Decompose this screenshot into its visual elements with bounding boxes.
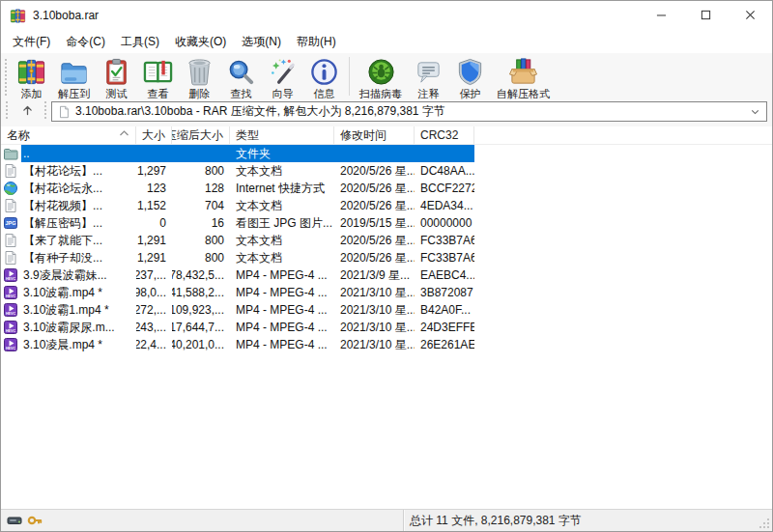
close-button[interactable] (728, 1, 772, 30)
toolbar-button-view-book[interactable]: 查看 (137, 56, 179, 102)
column-header-filler (474, 126, 772, 144)
chevron-down-icon[interactable] (746, 103, 763, 120)
file-name-cell: 【村花视频】... (1, 197, 136, 214)
file-row[interactable]: HEVC3.9凌晨波霸妹...2,026,237,...878,432,5...… (1, 266, 772, 284)
file-row[interactable]: 【来了就能下...1,291800文本文档2020/5/26 星...FC33B… (1, 232, 772, 249)
file-name-cell: JPG【解压密码】... (1, 214, 136, 232)
address-combobox[interactable]: 3.10boba.rar\3.10boba - RAR 压缩文件, 解包大小为 … (51, 101, 767, 122)
toolbar-button-label: 删除 (189, 87, 211, 101)
toolbar-button-find-magnifier[interactable]: 查找 (220, 56, 262, 102)
file-size: 352,698,0... (136, 284, 172, 301)
addressbar-gripper[interactable] (5, 100, 9, 119)
file-modified: 2021/3/10 星... (334, 284, 415, 301)
sfx-box-icon (508, 57, 538, 87)
file-row[interactable]: HEVC3.10波霸尿尿.m...1,636,243,...717,644,7.… (1, 319, 772, 336)
column-header-type[interactable]: 类型 (230, 126, 334, 144)
toolbar-button-test-clipboard[interactable]: 测试 (96, 56, 137, 102)
drive-icon[interactable] (7, 513, 22, 528)
minimize-button[interactable] (639, 1, 683, 30)
file-name-cell: HEVC3.9凌晨波霸妹... (1, 266, 136, 284)
file-row[interactable]: HEVC3.10凌晨.mp4 *590,422,4...440,201,0...… (1, 336, 772, 353)
file-name: 【村花论坛永... (23, 181, 102, 197)
file-row[interactable]: 【村花论坛永...123128Internet 快捷方式2020/5/26 星.… (1, 180, 772, 197)
file-row[interactable]: 【村花视频】...1,152704文本文档2020/5/26 星...4EDA3… (1, 197, 772, 214)
file-crc: FC33B7A6 (415, 232, 474, 249)
file-type: 文本文档 (230, 162, 334, 180)
toolbar-button-extract-folder[interactable]: 解压到 (52, 56, 96, 102)
file-type: MP4 - MPEG-4 ... (230, 284, 334, 301)
addressbar-gripper-2[interactable] (43, 100, 47, 119)
toolbar-button-winrar-books[interactable]: 添加 (11, 56, 52, 102)
file-row[interactable]: 【有种子却没...1,291800文本文档2020/5/26 星...FC33B… (1, 249, 772, 266)
text-file-icon (3, 233, 18, 248)
menu-item-2[interactable]: 工具(S) (113, 30, 167, 54)
delete-trash-icon (185, 57, 215, 87)
info-icon (309, 57, 339, 87)
column-header-modified[interactable]: 修改时间 (334, 126, 415, 144)
jpg-file-icon: JPG (3, 215, 18, 231)
file-size (136, 145, 172, 162)
resize-grip-icon[interactable] (759, 518, 770, 529)
file-row[interactable]: JPG【解压密码】...016看图王 JPG 图片...2019/5/15 星.… (1, 214, 772, 232)
file-crc (415, 145, 474, 162)
toolbar-button-comment[interactable]: 注释 (408, 56, 449, 102)
toolbar-gripper[interactable] (4, 58, 8, 96)
file-size: 1,291 (136, 232, 172, 249)
file-name-highlight: 【来了就能下... (21, 232, 136, 249)
menu-item-3[interactable]: 收藏夹(O) (167, 30, 234, 54)
menu-item-5[interactable]: 帮助(H) (289, 30, 344, 54)
file-name: 【有种子却没... (23, 250, 102, 266)
extract-folder-icon (59, 57, 89, 87)
toolbar-separator (349, 57, 350, 96)
file-packed: 800 (172, 249, 230, 266)
file-modified: 2019/5/15 星... (334, 214, 415, 232)
toolbar-button-label: 注释 (418, 87, 440, 101)
toolbar: 添加解压到测试查看删除查找向导信息扫描病毒注释保护自解压格式 (1, 53, 772, 100)
file-packed (172, 145, 230, 162)
file-modified: 2021/3/10 星... (334, 301, 415, 319)
row-filler (474, 249, 772, 266)
file-size: 590,422,4... (136, 336, 172, 353)
file-name-cell: HEVC3.10凌晨.mp4 * (1, 336, 136, 353)
file-row[interactable]: 【村花论坛】...1,297800文本文档2020/5/26 星...DC48A… (1, 162, 772, 180)
row-filler (474, 319, 772, 336)
toolbar-button-wizard-wand[interactable]: 向导 (262, 56, 303, 102)
file-size: 1,291 (136, 249, 172, 266)
video-file-icon: HEVC (3, 337, 18, 352)
toolbar-button-label: 自解压格式 (497, 87, 550, 101)
file-name: 3.9凌晨波霸妹... (23, 267, 107, 284)
maximize-icon (701, 7, 711, 24)
toolbar-button-info[interactable]: 信息 (303, 56, 345, 102)
toolbar-button-protect-shield[interactable]: 保护 (449, 56, 491, 102)
file-crc: EAEBC4... (415, 266, 474, 284)
protect-shield-icon (455, 57, 485, 87)
file-row[interactable]: HEVC3.10波霸.mp4 *352,698,0...141,588,2...… (1, 284, 772, 301)
file-name-cell: HEVC3.10波霸尿尿.m... (1, 319, 136, 336)
menu-item-1[interactable]: 命令(C) (58, 30, 113, 54)
toolbar-button-virus-scan[interactable]: 扫描病毒 (354, 56, 408, 102)
column-header-crc32[interactable]: CRC32 (415, 126, 474, 144)
toolbar-button-label: 测试 (106, 87, 128, 101)
toolbar-button-sfx-box[interactable]: 自解压格式 (491, 56, 556, 102)
caption-buttons (639, 1, 772, 30)
key-icon[interactable] (27, 513, 43, 528)
file-list: ..文件夹【村花论坛】...1,297800文本文档2020/5/26 星...… (1, 145, 772, 509)
toolbar-button-delete-trash[interactable]: 删除 (179, 56, 220, 102)
file-size: 1,636,243,... (136, 319, 172, 336)
column-header-packed[interactable]: 压缩后大小 (172, 126, 230, 144)
file-crc: 3B872087 (415, 284, 474, 301)
maximize-button[interactable] (683, 1, 728, 30)
toolbar-button-label: 向导 (272, 87, 294, 101)
statusbar-total: 总计 11 文件, 8,216,879,381 字节 (404, 513, 582, 529)
menu-item-4[interactable]: 选项(N) (234, 30, 289, 54)
up-one-level-button[interactable] (14, 101, 40, 122)
close-icon (745, 7, 756, 24)
menu-item-0[interactable]: 文件(F) (5, 30, 58, 54)
column-header-size[interactable]: 大小 (136, 126, 172, 144)
file-packed: 2,109,923,... (172, 301, 230, 319)
column-header-name[interactable]: 名称 (1, 126, 136, 144)
up-arrow-icon (21, 103, 34, 121)
file-row[interactable]: HEVC3.10波霸1.mp4 *3,611,272,...2,109,923,… (1, 301, 772, 319)
file-row[interactable]: ..文件夹 (1, 145, 772, 162)
row-filler (474, 214, 772, 232)
